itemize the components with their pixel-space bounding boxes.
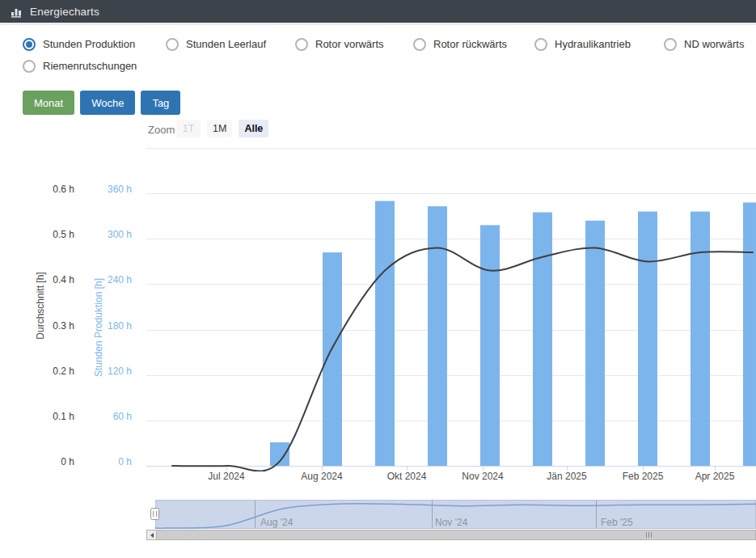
energiecharts-app: Energiecharts Stunden ProduktionStunden … bbox=[0, 0, 756, 558]
radio-circle-icon[interactable] bbox=[664, 38, 677, 51]
scrollbar-grip[interactable] bbox=[646, 532, 652, 538]
x-axis-label: Okt 2024 bbox=[370, 471, 443, 482]
x-axis-label: Feb 2025 bbox=[606, 471, 679, 482]
radio-option-rotor-rueckwaerts[interactable]: Rotor rückwärts bbox=[413, 37, 507, 51]
right-axis-tick-label: 360 h bbox=[83, 184, 132, 195]
column-okt-2024 bbox=[428, 206, 447, 466]
right-axis-tick-label: 60 h bbox=[83, 411, 132, 422]
right-axis-tick-label: 300 h bbox=[83, 229, 132, 240]
radio-option-stunden-produktion[interactable]: Stunden Produktion bbox=[23, 37, 135, 51]
plot-area bbox=[146, 148, 756, 471]
column-jaen-2025 bbox=[585, 221, 605, 466]
period-button-woche[interactable]: Woche bbox=[80, 91, 135, 115]
left-axis-tick-label: 0.3 h bbox=[24, 320, 74, 332]
left-axis-tick-label: 0.1 h bbox=[24, 411, 74, 422]
x-axis-label: Nov 2024 bbox=[446, 471, 519, 482]
column-apr-2025 bbox=[743, 202, 756, 466]
radio-label: Stunden Produktion bbox=[43, 38, 135, 50]
radio-circle-icon[interactable] bbox=[23, 38, 36, 51]
navigator-label: Feb '25 bbox=[601, 517, 633, 528]
radio-label: ND worwärts bbox=[684, 38, 744, 50]
header-separator bbox=[0, 23, 756, 25]
column-nov-2024 bbox=[480, 225, 500, 466]
radio-option-rotor-vorwaerts[interactable]: Rotor vorwärts bbox=[295, 37, 384, 51]
navigator-label: Nov '24 bbox=[435, 517, 467, 528]
left-axis-tick-label: 0.6 h bbox=[24, 184, 74, 195]
zoom-label: Zoom bbox=[148, 124, 175, 136]
bar-chart-icon bbox=[11, 6, 23, 18]
range-selector: 1T1MAlle bbox=[176, 120, 268, 137]
period-button-monat[interactable]: Monat bbox=[23, 91, 74, 115]
x-axis-label: Aug 2024 bbox=[285, 471, 358, 482]
left-axis-tick-label: 0.4 h bbox=[24, 274, 74, 285]
column-feb-2025 bbox=[638, 212, 657, 466]
radio-circle-icon[interactable] bbox=[534, 38, 547, 51]
radio-circle-icon[interactable] bbox=[295, 38, 308, 51]
column-maer-2025 bbox=[691, 212, 710, 466]
radio-circle-icon[interactable] bbox=[23, 60, 36, 73]
navigator-handle-left[interactable] bbox=[151, 509, 159, 520]
radio-circle-icon[interactable] bbox=[413, 38, 426, 51]
average-line bbox=[172, 247, 753, 471]
column-dez-2024 bbox=[533, 213, 552, 467]
zoom-button-1m[interactable]: 1M bbox=[207, 120, 232, 137]
x-axis-label: Apr 2025 bbox=[678, 471, 751, 482]
left-axis-tick-label: 0.5 h bbox=[24, 229, 74, 240]
zoom-button-1t[interactable]: 1T bbox=[176, 120, 201, 137]
radio-option-nd-worwaerts[interactable]: ND worwärts bbox=[664, 37, 744, 51]
navigator-label: Aug '24 bbox=[260, 517, 293, 528]
right-axis-tick-label: 240 h bbox=[83, 274, 132, 285]
left-triangle-icon bbox=[150, 533, 154, 538]
period-button-row: MonatWocheTag bbox=[23, 91, 180, 115]
right-axis-tick-label: 180 h bbox=[83, 320, 132, 332]
radio-option-hydraulikantrieb[interactable]: Hydraulikantrieb bbox=[534, 37, 631, 51]
column-aug-2024 bbox=[323, 252, 342, 466]
radio-label: Riemenrutschungen bbox=[43, 60, 137, 72]
app-title: Energiecharts bbox=[30, 6, 99, 18]
zoom-button-alle[interactable]: Alle bbox=[239, 120, 268, 137]
radio-label: Rotor vorwärts bbox=[315, 38, 384, 50]
left-axis-tick-label: 0.2 h bbox=[24, 366, 74, 377]
radio-option-stunden-leerlauf[interactable]: Stunden Leerlauf bbox=[166, 37, 266, 51]
app-header: Energiecharts bbox=[0, 0, 756, 23]
x-axis-label: Jän 2025 bbox=[530, 471, 603, 482]
period-button-tag[interactable]: Tag bbox=[141, 91, 180, 115]
radio-label: Stunden Leerlauf bbox=[186, 38, 266, 50]
column-sep-2024 bbox=[375, 201, 395, 467]
radio-label: Hydraulikantrieb bbox=[555, 38, 631, 50]
x-axis-label: Jul 2024 bbox=[190, 471, 263, 482]
left-axis-tick-label: 0 h bbox=[24, 456, 74, 467]
radio-option-riemenrutschungen[interactable]: Riemenrutschungen bbox=[23, 59, 137, 73]
scrollbar-track[interactable] bbox=[146, 530, 756, 540]
radio-label: Rotor rückwärts bbox=[433, 38, 507, 50]
right-axis-tick-label: 120 h bbox=[83, 366, 132, 377]
scrollbar-left-arrow[interactable] bbox=[146, 530, 157, 540]
right-axis-tick-label: 0 h bbox=[83, 456, 132, 467]
radio-circle-icon[interactable] bbox=[166, 38, 179, 51]
